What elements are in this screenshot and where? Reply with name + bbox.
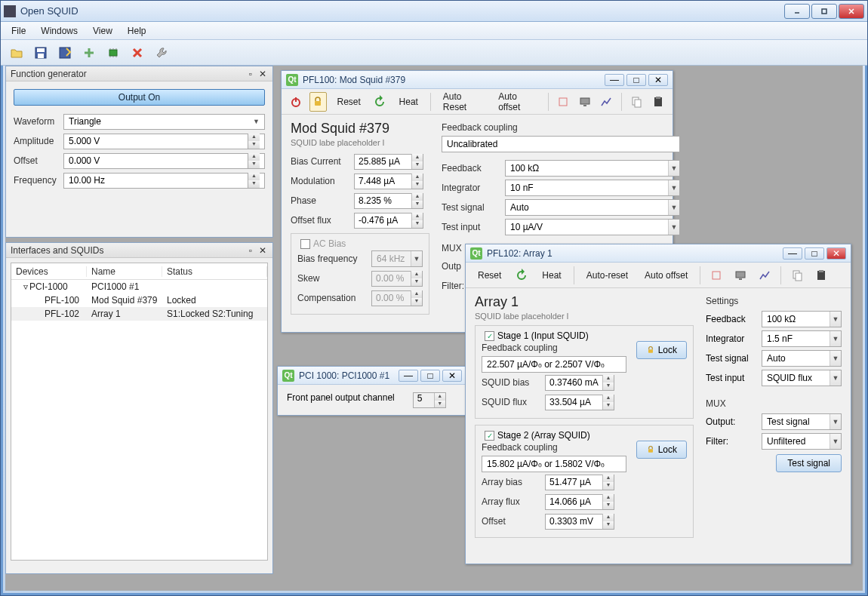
amplitude-input[interactable]: 5.000 V▲▼ xyxy=(63,134,265,149)
s2-aflux-input[interactable]: 14.066 µA▲▼ xyxy=(545,494,614,510)
maximize-button[interactable] xyxy=(811,4,837,19)
dock-float-icon[interactable]: ▫ xyxy=(245,69,256,79)
autooffset-button[interactable]: Auto offset xyxy=(639,267,694,284)
reset-button[interactable]: Reset xyxy=(472,267,507,284)
s2-fc-input[interactable]: 15.802 µA/Φ₀ or 1.5802 V/Φ₀ xyxy=(482,456,626,472)
stage2-legend: Stage 2 (Array SQUID) xyxy=(497,430,590,441)
autooffset-button[interactable]: Auto offset xyxy=(492,88,541,115)
window-title: Open SQUID xyxy=(20,5,784,17)
mux-filter-combo[interactable]: Unfiltered▼ xyxy=(762,433,842,450)
autoreset-button[interactable]: Auto Reset xyxy=(437,88,488,115)
menu-help[interactable]: Help xyxy=(120,23,154,38)
squid-placeholder: SQUID labe placeholder l xyxy=(291,138,429,147)
power-icon[interactable] xyxy=(288,92,305,112)
s2-aflux-label: Array flux xyxy=(482,496,540,507)
minimize-button[interactable]: — xyxy=(783,247,802,260)
refresh-icon[interactable] xyxy=(371,92,389,112)
menu-file[interactable]: File xyxy=(4,23,33,38)
open-icon[interactable] xyxy=(7,43,26,63)
feedback-coupling-input[interactable]: Uncalibrated xyxy=(442,136,680,152)
feedback-combo[interactable]: 100 kΩ▼ xyxy=(505,160,680,177)
dock-close-icon[interactable]: ✕ xyxy=(257,245,268,256)
s1-bias-input[interactable]: 0.37460 mA▲▼ xyxy=(545,375,614,391)
menu-windows[interactable]: Windows xyxy=(33,23,85,38)
stage2-checkbox[interactable] xyxy=(485,431,494,441)
offset-input[interactable]: 0.000 V▲▼ xyxy=(63,153,265,169)
main-window: Open SQUID File Windows View Help Functi… xyxy=(0,0,868,596)
test-signal-combo[interactable]: Auto▼ xyxy=(505,199,680,216)
close-button[interactable] xyxy=(839,4,864,19)
dock-close-icon[interactable]: ✕ xyxy=(257,69,268,79)
output-on-button[interactable]: Output On xyxy=(14,89,265,106)
window-title: PFL102: Array 1 xyxy=(487,248,780,259)
waveform-combo[interactable]: Triangle▼ xyxy=(63,114,265,130)
stage1-checkbox[interactable] xyxy=(485,331,494,341)
s2-fc-label: Feedback coupling xyxy=(482,442,630,453)
set-feedback-combo[interactable]: 100 kΩ▼ xyxy=(762,311,842,327)
mux-output-combo[interactable]: Test signal▼ xyxy=(762,413,842,430)
devices-tree[interactable]: Devices Name Status ▿PCI-1000PCI1000 #1P… xyxy=(11,263,268,561)
close-button[interactable]: ✕ xyxy=(648,74,668,86)
cube-icon[interactable] xyxy=(706,266,726,285)
s1-fc-input[interactable]: 22.507 µA/Φ₀ or 2.2507 V/Φ₀ xyxy=(482,356,626,373)
minimize-button[interactable] xyxy=(784,4,810,19)
test-input-combo[interactable]: 10 µA/V▼ xyxy=(505,219,680,235)
bias-freq-label: Bias frequency xyxy=(297,253,367,264)
close-button[interactable]: ✕ xyxy=(442,370,462,382)
set-integrator-label: Integrator xyxy=(706,333,757,344)
cube-icon[interactable] xyxy=(554,92,571,112)
s1-lock-button[interactable]: Lock xyxy=(636,341,687,359)
maximize-button[interactable]: □ xyxy=(805,247,824,260)
modulation-input[interactable]: 7.448 µA▲▼ xyxy=(354,174,423,189)
delete-icon[interactable] xyxy=(128,43,147,63)
heat-button[interactable]: Heat xyxy=(536,267,567,284)
wrench-icon[interactable] xyxy=(152,43,171,63)
tree-row[interactable]: PFL-100Mod Squid #379Locked xyxy=(11,293,267,307)
close-button[interactable]: ✕ xyxy=(826,247,846,260)
copy-icon[interactable] xyxy=(787,266,807,285)
paste-icon[interactable] xyxy=(811,266,831,285)
col-status[interactable]: Status xyxy=(162,266,267,277)
phase-input[interactable]: 8.235 %▲▼ xyxy=(354,193,423,209)
lock-icon[interactable] xyxy=(309,92,327,112)
menu-view[interactable]: View xyxy=(85,23,120,38)
offset-flux-input[interactable]: -0.476 µA▲▼ xyxy=(354,213,423,229)
monitor-icon[interactable] xyxy=(576,92,593,112)
maximize-button[interactable]: □ xyxy=(420,370,440,382)
bias-current-input[interactable]: 25.885 µA▲▼ xyxy=(354,154,423,170)
test-signal-button[interactable]: Test signal xyxy=(776,454,842,472)
s2-abias-input[interactable]: 51.477 µA▲▼ xyxy=(545,475,614,490)
reset-button[interactable]: Reset xyxy=(331,94,367,110)
s1-flux-input[interactable]: 33.504 µA▲▼ xyxy=(545,395,614,410)
refresh-icon[interactable] xyxy=(512,266,531,285)
set-test-signal-combo[interactable]: Auto▼ xyxy=(762,350,842,367)
integrator-combo[interactable]: 10 nF▼ xyxy=(505,180,680,196)
minimize-button[interactable]: — xyxy=(399,370,418,382)
col-name[interactable]: Name xyxy=(87,266,162,277)
monitor-icon[interactable] xyxy=(731,266,750,285)
tree-row[interactable]: ▿PCI-1000PCI1000 #1 xyxy=(11,280,267,293)
s2-lock-button[interactable]: Lock xyxy=(636,441,687,459)
save-icon[interactable] xyxy=(31,43,51,63)
s1-bias-label: SQUID bias xyxy=(482,377,540,388)
graph-icon[interactable] xyxy=(598,92,615,112)
saveas-icon[interactable] xyxy=(55,43,75,63)
set-test-input-combo[interactable]: SQUID flux▼ xyxy=(762,370,842,386)
s2-offset-input[interactable]: 0.3303 mV▲▼ xyxy=(545,514,614,530)
minimize-button[interactable]: — xyxy=(605,74,624,86)
set-integrator-combo[interactable]: 1.5 nF▼ xyxy=(762,330,842,347)
paste-icon[interactable] xyxy=(649,92,666,112)
autoreset-button[interactable]: Auto-reset xyxy=(580,267,634,284)
maximize-button[interactable]: □ xyxy=(626,74,646,86)
frequency-input[interactable]: 10.00 Hz▲▼ xyxy=(63,173,265,189)
heat-button[interactable]: Heat xyxy=(393,94,424,110)
tree-row[interactable]: PFL-102Array 1S1:Locked S2:Tuning xyxy=(11,307,267,321)
chip-icon[interactable] xyxy=(103,43,123,63)
dock-float-icon[interactable]: ▫ xyxy=(245,245,256,256)
col-devices[interactable]: Devices xyxy=(11,266,87,277)
add-icon[interactable] xyxy=(79,43,99,63)
graph-icon[interactable] xyxy=(755,266,774,285)
acbias-checkbox[interactable] xyxy=(300,239,310,249)
front-panel-input[interactable]: 5▲▼ xyxy=(413,392,446,408)
copy-icon[interactable] xyxy=(628,92,645,112)
